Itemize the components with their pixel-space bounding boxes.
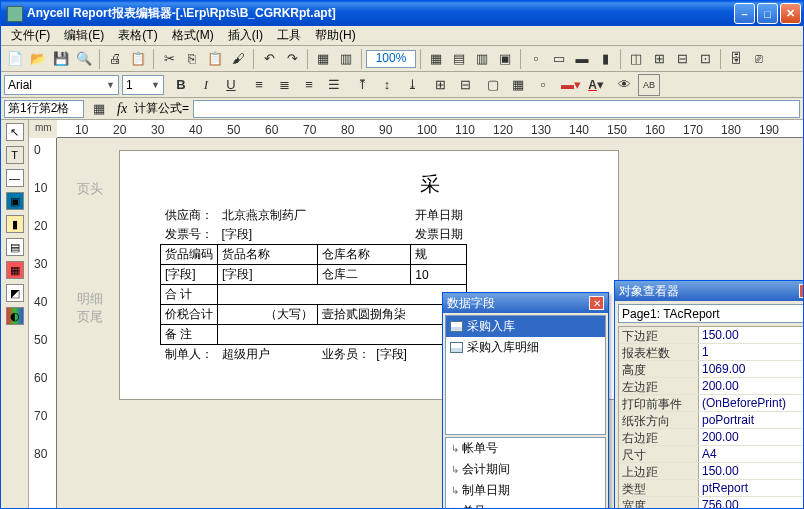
font-color-button[interactable]: A▾: [585, 74, 607, 96]
biz[interactable]: [字段]: [376, 347, 407, 361]
cell-invdate-lbl[interactable]: 发票日期: [411, 225, 467, 245]
tax-caps[interactable]: （大写）: [218, 305, 318, 325]
font-size-combo[interactable]: 1▼: [122, 75, 164, 95]
maximize-button[interactable]: □: [757, 3, 778, 24]
fields-list[interactable]: 帐单号 会计期间 制单日期 单号 供应商: [445, 437, 606, 508]
align-center-button[interactable]: ≣: [273, 74, 295, 96]
cross-tool[interactable]: ▦: [6, 261, 24, 279]
fill-color-button[interactable]: ▬▾: [560, 74, 582, 96]
titlebar[interactable]: Anycell Report报表编辑器-[.\Erp\Rpts\B_CGRKRp…: [1, 1, 803, 26]
grid-icon[interactable]: ▦: [88, 98, 110, 120]
valign-top-button[interactable]: ⤒: [351, 74, 373, 96]
data-fields-close[interactable]: ✕: [589, 296, 604, 310]
insert-row-button[interactable]: ▦: [312, 48, 334, 70]
object-browse-button[interactable]: 👁: [613, 74, 635, 96]
prop-row[interactable]: 宽度756.00: [619, 497, 803, 508]
prop-value[interactable]: 150.00: [699, 327, 803, 343]
prop-value[interactable]: 1069.00: [699, 361, 803, 377]
preview-button[interactable]: 🔍: [73, 48, 95, 70]
report-title[interactable]: 采: [420, 171, 440, 198]
textfield-button[interactable]: AB: [638, 74, 660, 96]
bold-button[interactable]: B: [170, 74, 192, 96]
print-button[interactable]: 🖨: [104, 48, 126, 70]
underline-button[interactable]: U: [220, 74, 242, 96]
inspector-props[interactable]: 下边距150.00报表栏数1高度1069.00左边距200.00打印前事件(On…: [618, 326, 803, 508]
prop-row[interactable]: 高度1069.00: [619, 361, 803, 378]
border4-button[interactable]: ▮: [594, 48, 616, 70]
prop-row[interactable]: 下边距150.00: [619, 327, 803, 344]
tables-tree[interactable]: 采购入库 采购入库明细: [445, 315, 606, 435]
cell-supplier-lbl[interactable]: 供应商：: [161, 206, 218, 225]
prop-value[interactable]: 1: [699, 344, 803, 360]
copy-button[interactable]: ⎘: [181, 48, 203, 70]
cell-inv[interactable]: [字段]: [218, 225, 411, 245]
image-tool[interactable]: ▣: [6, 192, 24, 210]
canvas[interactable]: mm 1020304050607080901001101201301401501…: [29, 120, 803, 508]
field-item[interactable]: 会计期间: [446, 459, 605, 480]
data-fields-header[interactable]: 数据字段 ✕: [443, 293, 608, 313]
page-setup-button[interactable]: 📋: [127, 48, 149, 70]
split-button[interactable]: ⊟: [454, 74, 476, 96]
table-item[interactable]: 采购入库明细: [446, 337, 605, 358]
align-left-button[interactable]: ≡: [248, 74, 270, 96]
cut-button[interactable]: ✂: [158, 48, 180, 70]
border-all-button[interactable]: ▦: [507, 74, 529, 96]
cell3-button[interactable]: ⊟: [671, 48, 693, 70]
prop-value[interactable]: A4: [699, 446, 803, 462]
det-wh[interactable]: 仓库二: [318, 265, 411, 285]
grid1-button[interactable]: ▦: [425, 48, 447, 70]
prop-value[interactable]: 150.00: [699, 463, 803, 479]
menu-table[interactable]: 表格(T): [112, 26, 163, 45]
merge-button[interactable]: ⊞: [429, 74, 451, 96]
align-right-button[interactable]: ≡: [298, 74, 320, 96]
hdr-spec[interactable]: 规: [411, 245, 467, 265]
close-button[interactable]: ✕: [780, 3, 801, 24]
hdr-wh[interactable]: 仓库名称: [318, 245, 411, 265]
new-button[interactable]: 📄: [4, 48, 26, 70]
inspector-close[interactable]: ✕: [799, 284, 803, 298]
redo-button[interactable]: ↷: [281, 48, 303, 70]
cell4-button[interactable]: ⊡: [694, 48, 716, 70]
sum-lbl[interactable]: 合 计: [161, 285, 218, 305]
cell-supplier[interactable]: 北京燕京制药厂: [218, 206, 411, 225]
note-lbl[interactable]: 备 注: [161, 325, 218, 345]
insert-col-button[interactable]: ▥: [335, 48, 357, 70]
pointer-tool[interactable]: ↖: [6, 123, 24, 141]
prop-row[interactable]: 上边距150.00: [619, 463, 803, 480]
valign-bottom-button[interactable]: ⤓: [401, 74, 423, 96]
det-name[interactable]: [字段]: [218, 265, 318, 285]
border-outer-button[interactable]: ▢: [482, 74, 504, 96]
font-name-combo[interactable]: Arial▼: [4, 75, 119, 95]
border-none-button[interactable]: ▫: [532, 74, 554, 96]
table-item[interactable]: 采购入库: [446, 316, 605, 337]
menu-edit[interactable]: 编辑(E): [58, 26, 110, 45]
sum-val[interactable]: [218, 285, 467, 305]
note-val[interactable]: [218, 325, 467, 345]
zoom-combo[interactable]: 100%: [366, 50, 416, 68]
inspector-object-combo[interactable]: Page1: TAcReport▼: [618, 304, 803, 323]
det-spec[interactable]: 10: [411, 265, 467, 285]
line-tool[interactable]: —: [6, 169, 24, 187]
prop-value[interactable]: (OnBeforePrint): [699, 395, 803, 411]
prop-value[interactable]: 200.00: [699, 429, 803, 445]
border3-button[interactable]: ▬: [571, 48, 593, 70]
field-item[interactable]: 制单日期: [446, 480, 605, 501]
prop-row[interactable]: 尺寸A4: [619, 446, 803, 463]
prop-value[interactable]: 756.00: [699, 497, 803, 508]
cell1-button[interactable]: ◫: [625, 48, 647, 70]
grid2-button[interactable]: ▤: [448, 48, 470, 70]
report-grid[interactable]: 供应商： 北京燕京制药厂 开单日期 发票号： [字段] 发票日期 货品编码 货品…: [160, 206, 467, 364]
subreport-tool[interactable]: ▤: [6, 238, 24, 256]
prop-row[interactable]: 报表栏数1: [619, 344, 803, 361]
field-item[interactable]: 单号: [446, 501, 605, 508]
inspector-header[interactable]: 对象查看器 ✕: [615, 281, 803, 301]
open-button[interactable]: 📂: [27, 48, 49, 70]
cell-inv-lbl[interactable]: 发票号：: [161, 225, 218, 245]
grid4-button[interactable]: ▣: [494, 48, 516, 70]
biz-lbl[interactable]: 业务员：: [322, 347, 370, 361]
hdr-name[interactable]: 货品名称: [218, 245, 318, 265]
data-fields-panel[interactable]: 数据字段 ✕ 采购入库 采购入库明细 帐单号 会计期间 制单日期 单号 供应商: [442, 292, 609, 508]
cell2-button[interactable]: ⊞: [648, 48, 670, 70]
grid3-button[interactable]: ▥: [471, 48, 493, 70]
brush-button[interactable]: 🖌: [227, 48, 249, 70]
